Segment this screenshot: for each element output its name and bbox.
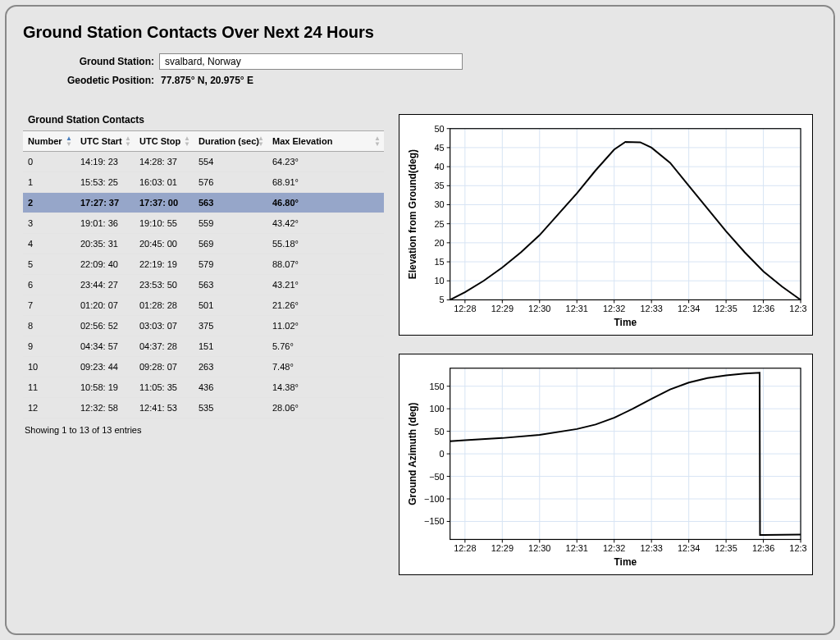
svg-text:12:35: 12:35	[714, 543, 737, 553]
sort-icon: ▲▼	[258, 135, 264, 147]
svg-text:40: 40	[435, 162, 445, 171]
table-row[interactable]: 623:44: 2723:53: 5056343.21°	[23, 275, 384, 295]
svg-text:−100: −100	[424, 494, 445, 504]
sort-icon: ▲▼	[374, 135, 381, 147]
svg-text:12:29: 12:29	[491, 543, 514, 553]
table-row[interactable]: 701:20: 0701:28: 2850121.26°	[23, 295, 384, 316]
main-panel: Ground Station Contacts Over Next 24 Hou…	[5, 5, 835, 635]
col-utc-stop[interactable]: UTC Stop ▲▼	[135, 131, 194, 152]
svg-text:12:37: 12:37	[789, 304, 807, 313]
sort-icon: ▲▼	[184, 135, 190, 147]
table-row[interactable]: 319:01: 3619:10: 5555943.42°	[23, 213, 384, 234]
page-title: Ground Station Contacts Over Next 24 Hou…	[23, 23, 817, 42]
svg-text:12:33: 12:33	[641, 543, 663, 553]
svg-text:0: 0	[440, 449, 445, 459]
svg-text:12:33: 12:33	[641, 304, 663, 313]
svg-text:35: 35	[435, 181, 445, 190]
table-row[interactable]: 115:53: 2516:03: 0157668.91°	[23, 172, 384, 193]
elevation-chart: 12:2812:2912:3012:3112:3212:3312:3412:35…	[399, 114, 813, 336]
svg-text:45: 45	[435, 143, 445, 153]
ground-station-input[interactable]	[159, 53, 463, 70]
col-utc-start[interactable]: UTC Start ▲▼	[75, 131, 135, 152]
contacts-table: Number ▲▼ UTC Start ▲▼ UTC Stop ▲▼	[23, 130, 384, 418]
col-number[interactable]: Number ▲▼	[23, 131, 75, 152]
svg-text:Time: Time	[614, 317, 637, 328]
table-row[interactable]: 1009:23: 4409:28: 072637.48°	[23, 357, 384, 377]
svg-text:30: 30	[435, 199, 445, 209]
svg-text:12:28: 12:28	[454, 304, 476, 313]
svg-text:20: 20	[435, 238, 445, 248]
svg-text:5: 5	[440, 295, 445, 304]
azimuth-chart: 12:2812:2912:3012:3112:3212:3312:3412:35…	[399, 354, 813, 575]
svg-text:−150: −150	[424, 516, 445, 526]
svg-text:12:36: 12:36	[752, 543, 774, 553]
svg-text:12:36: 12:36	[752, 304, 774, 313]
svg-text:−50: −50	[429, 472, 445, 482]
table-info: Showing 1 to 13 of 13 entries	[23, 418, 384, 435]
table-title: Ground Station Contacts	[23, 114, 384, 130]
svg-text:12:32: 12:32	[603, 543, 625, 553]
sort-icon: ▲▼	[66, 135, 72, 147]
svg-text:Time: Time	[614, 556, 637, 568]
table-row[interactable]: 522:09: 4022:19: 1957988.07°	[23, 254, 384, 275]
table-row[interactable]: 1212:32: 5812:41: 5353528.06°	[23, 398, 384, 418]
form-section: Ground Station: Geodetic Position: 77.87…	[57, 53, 817, 86]
sort-icon: ▲▼	[125, 135, 131, 147]
svg-text:12:34: 12:34	[678, 304, 700, 313]
col-duration[interactable]: Duration (sec) ▲▼	[194, 131, 267, 152]
ground-station-label: Ground Station:	[57, 56, 159, 67]
svg-text:12:30: 12:30	[528, 543, 550, 553]
svg-text:50: 50	[435, 427, 445, 437]
svg-text:12:31: 12:31	[566, 304, 588, 313]
svg-text:15: 15	[435, 257, 445, 267]
svg-text:12:29: 12:29	[491, 304, 514, 313]
svg-text:12:28: 12:28	[454, 543, 476, 553]
geodetic-position-value: 77.875° N, 20.975° E	[159, 75, 253, 86]
svg-text:12:34: 12:34	[678, 543, 700, 553]
svg-text:10: 10	[435, 276, 445, 286]
svg-text:100: 100	[429, 404, 444, 414]
svg-text:Ground Azimuth (deg): Ground Azimuth (deg)	[407, 402, 418, 505]
svg-text:12:32: 12:32	[603, 304, 625, 313]
table-row[interactable]: 217:27: 3717:37: 0056346.80°	[23, 193, 384, 213]
col-max-elevation[interactable]: Max Elevation ▲▼	[267, 131, 384, 152]
table-row[interactable]: 420:35: 3120:45: 0056955.18°	[23, 234, 384, 254]
geodetic-position-label: Geodetic Position:	[57, 75, 159, 86]
svg-text:12:30: 12:30	[528, 304, 550, 313]
table-row[interactable]: 1110:58: 1911:05: 3543614.38°	[23, 377, 384, 398]
svg-text:12:35: 12:35	[714, 304, 737, 313]
table-row[interactable]: 904:34: 5704:37: 281515.76°	[23, 336, 384, 357]
svg-text:150: 150	[429, 382, 444, 391]
table-row[interactable]: 014:19: 2314:28: 3755464.23°	[23, 152, 384, 172]
svg-text:12:37: 12:37	[789, 543, 807, 553]
svg-text:Elevation from Ground(deg): Elevation from Ground(deg)	[407, 149, 418, 279]
svg-text:25: 25	[435, 219, 445, 229]
table-row[interactable]: 802:56: 5203:03: 0737511.02°	[23, 316, 384, 336]
svg-text:12:31: 12:31	[566, 543, 588, 553]
svg-text:50: 50	[435, 124, 445, 134]
